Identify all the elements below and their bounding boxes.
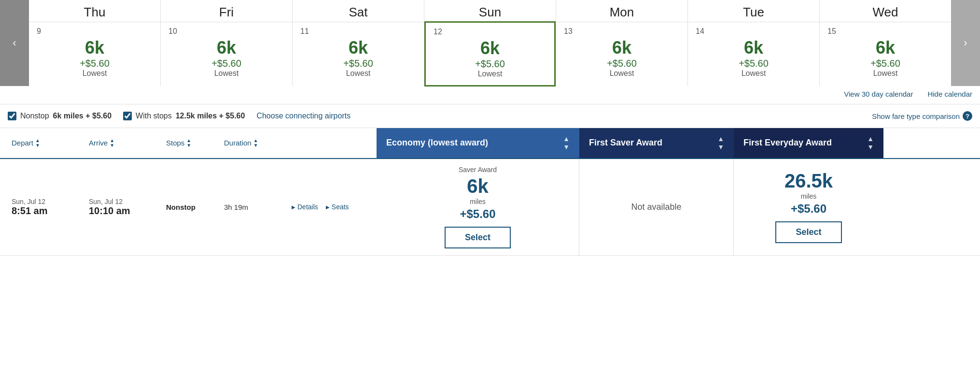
cal-label: Lowest bbox=[83, 69, 107, 78]
cal-miles: 6k bbox=[85, 38, 104, 58]
flight-row-info: Sun, Jul 128:51 amSun, Jul 1210:10 amNon… bbox=[0, 159, 377, 255]
fare-comparison-link[interactable]: Show fare type comparison bbox=[872, 112, 960, 120]
flight-links: ▶ Details ▶ Seats bbox=[288, 199, 369, 215]
arrive-sort: ▲▼ bbox=[110, 138, 114, 148]
cal-day-thu[interactable]: Thu96k+$5.60Lowest bbox=[29, 0, 161, 86]
economy-price: +$5.60 bbox=[460, 207, 495, 221]
cal-day-fri[interactable]: Fri106k+$5.60Lowest bbox=[161, 0, 293, 86]
cal-date-num: 12 bbox=[434, 28, 442, 36]
stops-value: Nonstop bbox=[166, 203, 216, 211]
award-label: Saver Award bbox=[459, 166, 497, 174]
cal-price: +$5.60 bbox=[739, 58, 769, 69]
economy-label: Economy (lowest award) bbox=[386, 138, 488, 148]
cal-price: +$5.60 bbox=[80, 58, 110, 69]
flight-info-cols: Depart ▲▼ Arrive ▲▼ Stops ▲▼ Duration ▲▼ bbox=[0, 128, 377, 158]
depart-sort: ▲▼ bbox=[35, 138, 40, 148]
cal-label: Lowest bbox=[742, 69, 766, 78]
results-section: Depart ▲▼ Arrive ▲▼ Stops ▲▼ Duration ▲▼… bbox=[0, 128, 980, 256]
cal-date-num: 11 bbox=[300, 27, 309, 36]
cal-miles: 6k bbox=[744, 38, 763, 58]
filter-row: Nonstop 6k miles + $5.60 With stops 12.5… bbox=[0, 104, 980, 128]
fare-header-first-saver[interactable]: First Saver Award ▲▼ bbox=[579, 128, 734, 158]
cal-day-cell[interactable]: 96k+$5.60Lowest bbox=[29, 22, 160, 85]
cal-date-num: 15 bbox=[827, 27, 836, 36]
prev-btn[interactable]: ‹ bbox=[0, 0, 29, 86]
col-stops[interactable]: Stops ▲▼ bbox=[162, 131, 220, 155]
stops-label: Stops bbox=[166, 139, 184, 147]
economy-miles-label: miles bbox=[470, 198, 486, 205]
nonstop-label: Nonstop bbox=[20, 112, 49, 120]
connecting-airports-link[interactable]: Choose connecting airports bbox=[256, 112, 350, 120]
nonstop-value: 6k miles + $5.60 bbox=[53, 112, 112, 120]
fare-first-everyday: 26.5k miles +$5.60 Select bbox=[734, 159, 883, 255]
cal-day-cell[interactable]: 146k+$5.60Lowest bbox=[688, 22, 819, 85]
details-link[interactable]: ▶ Details bbox=[292, 203, 318, 211]
stops-filter: With stops 12.5k miles + $5.60 bbox=[123, 112, 245, 120]
cal-day-cell[interactable]: 116k+$5.60Lowest bbox=[293, 22, 424, 85]
fare-header-first-everyday[interactable]: First Everyday Award ▲▼ bbox=[734, 128, 883, 158]
results-header: Depart ▲▼ Arrive ▲▼ Stops ▲▼ Duration ▲▼… bbox=[0, 128, 980, 159]
stops-label: With stops bbox=[136, 112, 172, 120]
first-saver-not-available: Not available bbox=[631, 202, 681, 212]
stops-checkbox[interactable] bbox=[123, 112, 132, 120]
depart-time: 8:51 am bbox=[12, 205, 81, 217]
col-depart[interactable]: Depart ▲▼ bbox=[8, 131, 85, 155]
flight-stops: Nonstop bbox=[162, 199, 220, 215]
cal-day-name: Thu bbox=[29, 0, 160, 22]
everyday-select-button[interactable]: Select bbox=[775, 221, 841, 243]
cal-date-num: 9 bbox=[37, 27, 41, 36]
calendar-day-headers: Thu96k+$5.60LowestFri106k+$5.60LowestSat… bbox=[29, 0, 951, 86]
cal-miles: 6k bbox=[480, 38, 500, 58]
seats-link[interactable]: ▶ Seats bbox=[326, 203, 349, 211]
nonstop-filter: Nonstop 6k miles + $5.60 bbox=[8, 112, 112, 120]
filter-row-right: Show fare type comparison ? bbox=[872, 111, 972, 121]
cal-day-sat[interactable]: Sat116k+$5.60Lowest bbox=[293, 0, 424, 86]
cal-day-wed[interactable]: Wed156k+$5.60Lowest bbox=[820, 0, 951, 86]
economy-miles: 6k bbox=[467, 176, 489, 196]
nonstop-checkbox[interactable] bbox=[8, 112, 16, 120]
cal-date-num: 10 bbox=[168, 27, 177, 36]
cal-day-cell[interactable]: 136k+$5.60Lowest bbox=[556, 22, 687, 85]
cal-day-tue[interactable]: Tue146k+$5.60Lowest bbox=[688, 0, 820, 86]
fare-first-saver: Not available bbox=[579, 159, 734, 255]
cal-miles: 6k bbox=[612, 38, 631, 58]
everyday-miles: 26.5k bbox=[784, 171, 833, 190]
details-arrow: ▶ bbox=[292, 204, 295, 210]
cal-day-cell[interactable]: 126k+$5.60Lowest bbox=[424, 21, 556, 87]
table-row: Sun, Jul 128:51 amSun, Jul 1210:10 amNon… bbox=[0, 159, 980, 256]
seats-arrow: ▶ bbox=[326, 204, 330, 210]
cal-day-name: Sat bbox=[293, 0, 424, 22]
flight-depart: Sun, Jul 128:51 am bbox=[8, 194, 85, 220]
first-everyday-label: First Everyday Award bbox=[743, 138, 832, 148]
cal-price: +$5.60 bbox=[211, 58, 241, 69]
cal-price: +$5.60 bbox=[607, 58, 637, 69]
col-duration[interactable]: Duration ▲▼ bbox=[220, 131, 288, 155]
cal-date-num: 13 bbox=[564, 27, 573, 36]
cal-day-cell[interactable]: 156k+$5.60Lowest bbox=[820, 22, 951, 85]
cal-day-sun[interactable]: Sun126k+$5.60Lowest bbox=[424, 0, 556, 86]
cal-day-mon[interactable]: Mon136k+$5.60Lowest bbox=[556, 0, 688, 86]
cal-price: +$5.60 bbox=[870, 58, 900, 69]
view-30-day-link[interactable]: View 30 day calendar bbox=[844, 90, 913, 98]
cal-price: +$5.60 bbox=[475, 58, 505, 70]
economy-select-button[interactable]: Select bbox=[445, 227, 511, 248]
cal-day-cell[interactable]: 106k+$5.60Lowest bbox=[161, 22, 292, 85]
hide-calendar-link[interactable]: Hide calendar bbox=[927, 90, 972, 98]
depart-label: Depart bbox=[12, 139, 33, 147]
everyday-miles-label: miles bbox=[801, 192, 817, 200]
duration-value: 3h 19m bbox=[224, 203, 284, 211]
cal-price: +$5.60 bbox=[343, 58, 373, 69]
calendar-section: ‹ Thu96k+$5.60LowestFri106k+$5.60LowestS… bbox=[0, 0, 980, 104]
cal-day-name: Wed bbox=[820, 0, 951, 22]
duration-sort: ▲▼ bbox=[253, 138, 258, 148]
flight-duration: 3h 19m bbox=[220, 199, 288, 215]
next-btn[interactable]: › bbox=[951, 0, 980, 86]
cal-label: Lowest bbox=[214, 69, 239, 78]
help-icon[interactable]: ? bbox=[963, 111, 972, 121]
first-saver-sort-icon: ▲▼ bbox=[717, 135, 724, 151]
cal-miles: 6k bbox=[217, 38, 236, 58]
cal-day-name: Sun bbox=[424, 0, 556, 22]
fare-header-economy[interactable]: Economy (lowest award) ▲▼ bbox=[377, 128, 579, 158]
col-arrive[interactable]: Arrive ▲▼ bbox=[85, 131, 162, 155]
cal-miles: 6k bbox=[876, 38, 895, 58]
